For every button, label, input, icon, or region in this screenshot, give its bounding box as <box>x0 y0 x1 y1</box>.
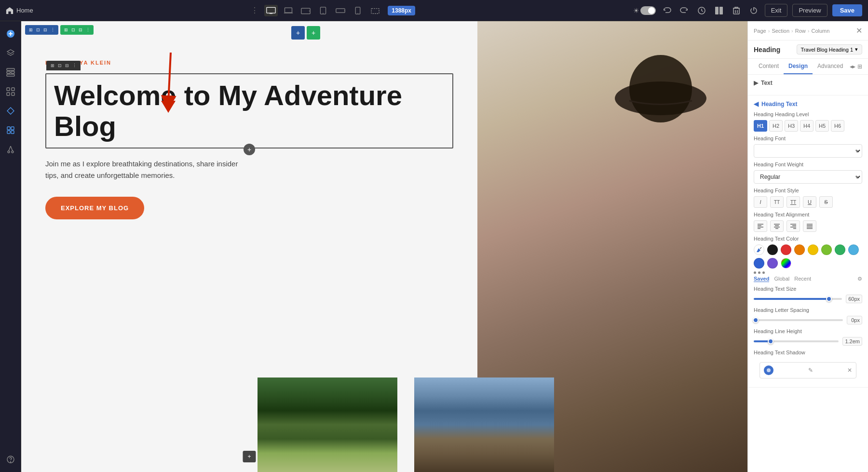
color-swatch-black[interactable] <box>767 244 778 255</box>
laptop-icon[interactable] <box>282 5 295 16</box>
desktop-icon[interactable] <box>264 5 278 16</box>
move-icon-2[interactable]: ⊞ <box>63 27 69 33</box>
heading-move-icon[interactable]: ⊞ <box>49 62 56 69</box>
breadcrumb-column[interactable]: Column <box>811 28 829 34</box>
align-justify-btn[interactable] <box>803 220 816 232</box>
line-height-value[interactable]: 1.2em <box>842 337 862 346</box>
move-icon[interactable]: ⊞ <box>27 27 34 33</box>
preview-button[interactable]: Preview <box>792 4 827 17</box>
dot-3[interactable] <box>762 271 765 274</box>
power-icon[interactable] <box>747 4 760 17</box>
gallery-add-btn-2[interactable]: + <box>307 26 320 40</box>
color-settings-icon[interactable]: ⚙ <box>857 276 862 282</box>
dot-2[interactable] <box>758 271 760 274</box>
tab-content[interactable]: Content <box>754 59 784 74</box>
tab-advanced[interactable]: Advanced <box>813 59 848 74</box>
color-tab-global[interactable]: Global <box>774 276 789 282</box>
save-button[interactable]: Save <box>832 4 862 16</box>
section-toolbar-2[interactable]: ⊞ ⊡ ⊟ ⋮ <box>60 25 94 35</box>
line-height-slider[interactable]: 1.2em <box>754 337 862 346</box>
text-section-header[interactable]: ▶ Text <box>754 80 862 86</box>
color-tab-saved[interactable]: Saved <box>754 276 769 282</box>
sidebar-icon-layers[interactable] <box>2 44 19 62</box>
color-swatch-lime[interactable] <box>821 244 832 255</box>
sidebar-icon-add[interactable] <box>2 25 19 42</box>
add-section-btn[interactable]: + <box>243 451 256 462</box>
heading-font-select[interactable] <box>754 144 862 158</box>
canvas-size-badge[interactable]: 1388px <box>388 6 415 15</box>
font-italic-btn[interactable]: I <box>754 196 767 208</box>
color-swatch-red[interactable] <box>781 244 791 255</box>
dot-1[interactable] <box>754 271 756 274</box>
breadcrumb-section[interactable]: Section <box>772 28 789 34</box>
color-swatch-yellow[interactable] <box>808 244 818 255</box>
heading-level-h5[interactable]: H5 <box>815 120 829 132</box>
heading-text-section-header[interactable]: ◀ Heading Text <box>754 100 862 108</box>
color-paint-icon[interactable] <box>754 244 764 255</box>
letter-spacing-thumb[interactable] <box>753 317 759 323</box>
undo-icon[interactable] <box>661 4 673 17</box>
text-size-thumb[interactable] <box>826 296 832 302</box>
color-tab-recent[interactable]: Recent <box>794 276 811 282</box>
trash-icon[interactable] <box>730 4 743 17</box>
align-right-btn[interactable] <box>787 220 800 232</box>
panel-preset-dropdown[interactable]: Travel Blog Heading 1 ▾ <box>797 44 862 54</box>
columns-icon[interactable] <box>713 4 725 17</box>
sidebar-icon-elements[interactable] <box>2 121 19 139</box>
tab-design[interactable]: Design <box>784 59 813 74</box>
color-swatch-green[interactable] <box>835 244 845 255</box>
letter-spacing-slider[interactable]: 0px <box>754 316 862 324</box>
breadcrumb-row[interactable]: Row <box>795 28 806 34</box>
gallery-add-btn-1[interactable]: + <box>291 26 305 40</box>
sidebar-icon-grid[interactable] <box>2 83 19 100</box>
heading-level-h6[interactable]: H6 <box>831 120 844 132</box>
heading-level-h4[interactable]: H4 <box>800 120 814 132</box>
history-icon[interactable] <box>695 4 708 17</box>
heading-level-h3[interactable]: H3 <box>785 120 798 132</box>
add-element-btn[interactable]: + <box>244 144 255 155</box>
color-swatch-purple[interactable] <box>767 258 778 269</box>
exit-button[interactable]: Exit <box>765 4 788 17</box>
layout-icon-2[interactable]: ⊡ <box>70 27 77 33</box>
section-toolbar[interactable]: ⊞ ⊡ ⊟ ⋮ <box>25 25 58 35</box>
sidebar-icon-structure[interactable] <box>2 64 19 81</box>
shadow-box[interactable]: ✎ ✕ <box>760 362 856 378</box>
color-swatch-lightblue[interactable] <box>848 244 859 255</box>
layout-icon[interactable]: ⊡ <box>35 27 41 33</box>
align-center-btn[interactable] <box>770 220 784 232</box>
heading-font-weight-select[interactable]: Regular <box>754 170 862 184</box>
color-swatch-blue[interactable] <box>754 258 764 269</box>
sidebar-icon-components[interactable] <box>2 102 19 120</box>
breadcrumb-page[interactable]: Page <box>754 28 766 34</box>
tab-grid-icon[interactable]: ⊞ <box>857 63 862 70</box>
color-swatch-orange[interactable] <box>794 244 805 255</box>
heading-layout-icon[interactable]: ⊡ <box>56 62 63 69</box>
explore-button[interactable]: EXPLORE MY BLOG <box>45 197 144 219</box>
line-height-thumb[interactable] <box>768 338 773 344</box>
shadow-delete-icon[interactable]: ✕ <box>847 367 852 374</box>
panel-close-btn[interactable]: ✕ <box>856 26 862 35</box>
font-underline-btn[interactable]: U <box>803 196 816 208</box>
font-tt-btn[interactable]: TT <box>770 196 784 208</box>
heading-col-icon[interactable]: ⊟ <box>64 62 70 69</box>
text-size-slider[interactable]: 60px <box>754 295 862 303</box>
heading-level-h1[interactable]: H1 <box>754 120 767 132</box>
duplicate-icon[interactable]: ⊟ <box>42 27 49 33</box>
align-left-btn[interactable] <box>754 220 767 232</box>
theme-toggle[interactable]: ☀ <box>633 6 656 15</box>
font-underline-tt-btn[interactable]: TT <box>787 196 800 208</box>
mobile-portrait-icon[interactable] <box>351 5 365 16</box>
home-nav[interactable]: Home <box>6 7 33 14</box>
redo-icon[interactable] <box>678 4 691 17</box>
duplicate-icon-2[interactable]: ⊟ <box>77 27 84 33</box>
tab-arrow-icon[interactable]: ◂▸ <box>850 63 855 70</box>
sidebar-icon-cut[interactable] <box>2 141 19 158</box>
text-size-value[interactable]: 60px <box>846 295 862 303</box>
more-icon-2[interactable]: ⋮ <box>84 27 91 33</box>
more-icon[interactable]: ⋮ <box>49 27 56 33</box>
sidebar-icon-help[interactable] <box>2 451 19 468</box>
letter-spacing-value[interactable]: 0px <box>847 316 862 324</box>
mobile-landscape-icon[interactable] <box>334 5 347 16</box>
custom-size-icon[interactable] <box>368 5 382 16</box>
tablet-landscape-icon[interactable] <box>299 5 312 16</box>
